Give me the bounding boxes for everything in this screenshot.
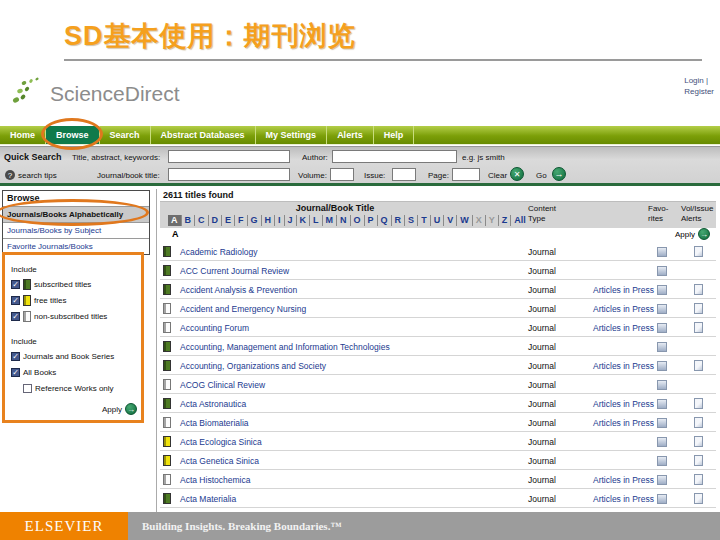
checkbox-all-books[interactable]: ✓ <box>11 368 20 377</box>
vol-issue-alert-icon[interactable] <box>694 303 703 314</box>
checkbox-free-titles[interactable]: ✓ <box>11 296 20 305</box>
vol-issue-alert-icon[interactable] <box>694 360 703 371</box>
vol-issue-alert-icon[interactable] <box>694 493 703 504</box>
alphabet-letter-c[interactable]: C <box>195 215 209 226</box>
vol-issue-alert-icon[interactable] <box>694 246 703 257</box>
table-apply-button[interactable]: Apply → <box>675 228 710 240</box>
filter-apply-button[interactable]: Apply → <box>11 403 137 415</box>
alphabet-letter-all[interactable]: All <box>511 215 529 226</box>
nav-tab-browse[interactable]: Browse <box>46 126 100 144</box>
sciencedirect-logo[interactable]: ScienceDirect <box>10 76 180 106</box>
articles-in-press-link[interactable]: Articles in Press <box>593 361 654 371</box>
nav-tab-abstract-databases[interactable]: Abstract Databases <box>151 126 256 144</box>
articles-in-press-link[interactable]: Articles in Press <box>593 494 654 504</box>
favorites-checkbox-icon[interactable] <box>657 456 667 466</box>
apply-arrow-icon[interactable]: → <box>698 228 710 240</box>
alphabet-letter-t[interactable]: T <box>418 215 431 226</box>
alphabet-letter-k[interactable]: K <box>297 215 311 226</box>
journal-title-link[interactable]: ACC Current Journal Review <box>180 266 289 276</box>
journal-title-link[interactable]: Accounting, Organizations and Society <box>180 361 326 371</box>
vol-issue-alert-icon[interactable] <box>694 436 703 447</box>
alphabet-letter-m[interactable]: M <box>323 215 338 226</box>
alphabet-letter-v[interactable]: V <box>444 215 457 226</box>
nav-tab-alerts[interactable]: Alerts <box>327 126 374 144</box>
journal-title-link[interactable]: Acta Genetica Sinica <box>180 456 259 466</box>
vol-issue-alert-icon[interactable] <box>694 284 703 295</box>
go-button-label[interactable]: Go <box>536 171 547 180</box>
articles-in-press-link[interactable]: Articles in Press <box>593 399 654 409</box>
articles-in-press-link[interactable]: Articles in Press <box>593 418 654 428</box>
articles-in-press-link[interactable]: Articles in Press <box>593 285 654 295</box>
articles-in-press-link[interactable]: Articles in Press <box>593 475 654 485</box>
nav-tab-help[interactable]: Help <box>374 126 415 144</box>
articles-in-press-link[interactable]: Articles in Press <box>593 323 654 333</box>
favorites-checkbox-icon[interactable] <box>657 266 667 276</box>
title-keywords-input[interactable] <box>168 150 290 163</box>
articles-in-press-link[interactable]: Articles in Press <box>593 304 654 314</box>
journal-title-link[interactable]: Acta Materialia <box>180 494 236 504</box>
journal-title-input[interactable] <box>168 168 290 181</box>
vol-issue-alert-icon[interactable] <box>694 417 703 428</box>
alphabet-letter-s[interactable]: S <box>405 215 418 226</box>
favorites-checkbox-icon[interactable] <box>657 247 667 257</box>
search-tips-link[interactable]: search tips <box>18 171 57 180</box>
alphabet-letter-j[interactable]: J <box>285 215 297 226</box>
alphabet-letter-h[interactable]: H <box>262 215 276 226</box>
apply-arrow-icon[interactable]: → <box>125 403 137 415</box>
checkbox-reference-works-only[interactable] <box>23 384 32 393</box>
alphabet-letter-z[interactable]: Z <box>499 215 512 226</box>
alphabet-letter-a[interactable]: A <box>168 215 182 226</box>
vol-issue-alert-icon[interactable] <box>694 455 703 466</box>
clear-icon[interactable]: ✕ <box>510 167 524 181</box>
help-icon[interactable]: ? <box>5 170 15 180</box>
favorites-checkbox-icon[interactable] <box>657 437 667 447</box>
alphabet-letter-i[interactable]: I <box>275 215 285 226</box>
alphabet-letter-l[interactable]: L <box>310 215 323 226</box>
clear-button-label[interactable]: Clear <box>488 171 507 180</box>
favorites-checkbox-icon[interactable] <box>657 380 667 390</box>
journal-title-link[interactable]: Acta Astronautica <box>180 399 246 409</box>
page-input[interactable] <box>452 168 480 181</box>
login-link[interactable]: Login | <box>684 76 714 87</box>
alphabet-letter-d[interactable]: D <box>209 215 223 226</box>
go-icon[interactable]: → <box>552 167 566 181</box>
favorites-checkbox-icon[interactable] <box>657 494 667 504</box>
alphabet-letter-e[interactable]: E <box>222 215 235 226</box>
issue-input[interactable] <box>392 168 416 181</box>
alphabet-letter-f[interactable]: F <box>235 215 248 226</box>
journal-title-link[interactable]: Academic Radiology <box>180 247 257 257</box>
checkbox-subscribed-titles[interactable]: ✓ <box>11 280 20 289</box>
alphabet-letter-n[interactable]: N <box>337 215 351 226</box>
vol-issue-alert-icon[interactable] <box>694 474 703 485</box>
journal-title-link[interactable]: ACOG Clinical Review <box>180 380 265 390</box>
nav-tab-my-settings[interactable]: My Settings <box>256 126 328 144</box>
favorites-checkbox-icon[interactable] <box>657 342 667 352</box>
favorites-checkbox-icon[interactable] <box>657 285 667 295</box>
alphabet-letter-b[interactable]: B <box>182 215 196 226</box>
journal-title-link[interactable]: Acta Biomaterialia <box>180 418 249 428</box>
sidebar-item-journals-books-alphabetically[interactable]: Journals/Books Alphabetically <box>3 206 149 222</box>
vol-issue-alert-icon[interactable] <box>694 322 703 333</box>
sidebar-item-journals-books-by-subject[interactable]: Journals/Books by Subject <box>3 222 149 238</box>
favorites-checkbox-icon[interactable] <box>657 323 667 333</box>
favorites-checkbox-icon[interactable] <box>657 361 667 371</box>
register-link[interactable]: Register <box>684 87 714 98</box>
favorites-checkbox-icon[interactable] <box>657 418 667 428</box>
alphabet-letter-o[interactable]: O <box>351 215 365 226</box>
checkbox-journals-and-book-series[interactable]: ✓ <box>11 352 20 361</box>
alphabet-letter-u[interactable]: U <box>431 215 445 226</box>
volume-input[interactable] <box>330 168 354 181</box>
alphabet-letter-g[interactable]: G <box>248 215 262 226</box>
nav-tab-home[interactable]: Home <box>0 126 46 144</box>
alphabet-letter-q[interactable]: Q <box>378 215 392 226</box>
checkbox-non-subscribed-titles[interactable]: ✓ <box>11 312 20 321</box>
vol-issue-alert-icon[interactable] <box>694 398 703 409</box>
alphabet-letter-w[interactable]: W <box>457 215 473 226</box>
journal-title-link[interactable]: Acta Histochemica <box>180 475 250 485</box>
alphabet-letter-r[interactable]: R <box>392 215 406 226</box>
favorites-checkbox-icon[interactable] <box>657 304 667 314</box>
journal-title-link[interactable]: Accounting Forum <box>180 323 249 333</box>
author-input[interactable] <box>332 150 457 163</box>
journal-title-link[interactable]: Accident Analysis & Prevention <box>180 285 297 295</box>
alphabet-letter-p[interactable]: P <box>365 215 378 226</box>
